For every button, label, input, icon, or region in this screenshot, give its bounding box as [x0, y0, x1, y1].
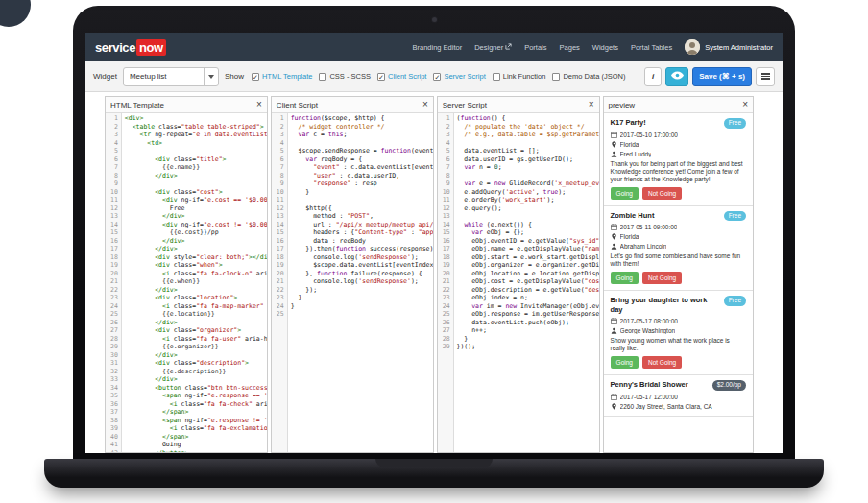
- toggle-html-template[interactable]: ✓HTML Template: [252, 72, 313, 81]
- code-line: [291, 139, 433, 148]
- event-date-text: 2017-05-17 08:00:00: [620, 318, 678, 324]
- code-line: while (e.next()) {: [457, 221, 599, 229]
- user-icon: [611, 327, 617, 334]
- code-line: </div>: [125, 375, 267, 384]
- close-icon[interactable]: ×: [422, 100, 428, 109]
- code-line: /* populate the 'data' object */: [457, 123, 599, 132]
- close-icon[interactable]: ×: [742, 100, 748, 109]
- code-line: }: [291, 302, 433, 311]
- close-icon[interactable]: ×: [256, 100, 262, 109]
- line-number: 17: [277, 245, 284, 253]
- line-number: 6: [443, 156, 450, 164]
- line-number: 9: [277, 180, 284, 188]
- line-number: 3: [110, 131, 118, 139]
- nav-item-pages[interactable]: Pages: [560, 43, 580, 52]
- event-date: 2017-05-11 09:00:00: [611, 224, 746, 230]
- going-button[interactable]: Going: [611, 187, 639, 200]
- toggle-label: Link Function: [503, 72, 546, 81]
- user-menu[interactable]: System Administrator: [685, 39, 773, 55]
- panel-html-template: HTML Template×12345678910111213141516171…: [105, 96, 268, 453]
- event-location: Florida: [611, 233, 746, 240]
- line-number: 13: [443, 212, 450, 221]
- calendar-icon: [611, 394, 617, 400]
- event-card-header: Penny's Bridal Shower$2.00/pp: [611, 380, 746, 391]
- save-button[interactable]: Save (⌘ + s): [692, 67, 752, 86]
- line-number: 14: [277, 221, 284, 229]
- code-line: <div class="cost">: [125, 188, 267, 197]
- toggle-css-scss[interactable]: CSS - SCSS: [319, 72, 371, 81]
- code-line: </span>: [125, 408, 267, 417]
- code-line: eObj.location = e.location.getDisplayVal…: [457, 270, 599, 278]
- map-pin-icon: [611, 233, 617, 240]
- nav-item-portal-tables[interactable]: Portal Tables: [631, 43, 672, 52]
- code-line: <i class="fa fa-exclamation" aria-hidden…: [125, 424, 267, 433]
- toggle-server-script[interactable]: ✓Server Script: [433, 72, 485, 81]
- code-line: url : "/api/x_meetup/meetup_api/response…: [291, 221, 433, 229]
- line-number: 22: [277, 286, 284, 295]
- line-number: 29: [110, 343, 118, 351]
- not-going-button[interactable]: Not Going: [642, 272, 682, 284]
- code-line: </button>: [125, 449, 267, 453]
- code-line: </div>: [125, 286, 267, 295]
- going-button[interactable]: Going: [611, 356, 639, 369]
- line-number: 11: [443, 196, 450, 204]
- toggle-demo-data-json[interactable]: Demo Data (JSON): [552, 72, 625, 81]
- line-number: 13: [277, 212, 284, 221]
- code-line: eObj.cost = e.getDisplayValue("cost");: [457, 277, 599, 286]
- menu-button[interactable]: [756, 67, 775, 86]
- preview-button[interactable]: [665, 67, 688, 86]
- code-editor[interactable]: 1234567891011121314151617181920212223242…: [106, 113, 267, 452]
- line-number: 13: [110, 212, 118, 221]
- line-number: 1: [277, 114, 284, 123]
- nav-item-branding-editor[interactable]: Branding Editor: [412, 43, 462, 52]
- nav-item-designer[interactable]: Designer: [474, 43, 512, 52]
- code-line: });: [291, 286, 433, 295]
- code-line: eObj.response = im.getUserResponse();: [457, 310, 599, 319]
- line-number: 24: [277, 302, 284, 311]
- event-date-text: 2017-05-11 09:00:00: [620, 224, 678, 230]
- event-location: Florida: [611, 141, 746, 148]
- line-number: 6: [277, 156, 284, 164]
- line-number: 20: [277, 270, 284, 278]
- line-number: 2: [443, 123, 450, 132]
- line-number: 22: [443, 286, 450, 295]
- line-number: 23: [110, 294, 118, 302]
- code-line: n++;: [457, 326, 599, 335]
- event-location-text: Florida: [620, 141, 639, 148]
- going-button[interactable]: Going: [611, 272, 639, 284]
- code-line: {{e.organizer}}: [125, 343, 267, 351]
- code-line: <div ng-if="e.cost == '$0.00'">: [125, 196, 267, 204]
- event-date: 2017-05-17 12:00:00: [611, 394, 746, 400]
- panel-server-script: Server Script×12345678910111213141516171…: [437, 96, 600, 453]
- checkbox-checked: ✓: [433, 73, 441, 81]
- line-number: 17: [110, 245, 118, 253]
- nav-item-portals[interactable]: Portals: [524, 43, 546, 52]
- toggle-label: Demo Data (JSON): [563, 72, 625, 81]
- code-editor[interactable]: 1234567891011121314151617181920212223242…: [272, 113, 433, 452]
- line-number: 27: [443, 326, 450, 335]
- line-numbers: 1234567891011121314151617181920212223242…: [106, 113, 122, 452]
- code-editor[interactable]: 1234567891011121314151617181920212223242…: [438, 113, 599, 452]
- screen: servicenow Branding EditorDesignerPortal…: [85, 33, 783, 453]
- preview-cards: K17 Party!Free2017-05-10 17:00:00Florida…: [604, 113, 753, 452]
- line-numbers: 1234567891011121314151617181920212223242…: [438, 113, 454, 452]
- nav-item-widgets[interactable]: Widgets: [592, 43, 618, 52]
- line-number: 21: [110, 277, 118, 286]
- widget-select[interactable]: Meetup list: [123, 67, 219, 86]
- panel-title: Client Script: [277, 101, 318, 109]
- close-icon[interactable]: ×: [589, 100, 594, 109]
- not-going-button[interactable]: Not Going: [642, 356, 682, 369]
- code-line: $http({: [291, 204, 433, 213]
- line-number: 14: [110, 221, 118, 229]
- toggle-link-function[interactable]: Link Function: [493, 72, 546, 81]
- info-button[interactable]: i: [644, 67, 662, 86]
- line-number: 12: [110, 204, 118, 213]
- line-number: 9: [443, 180, 450, 188]
- not-going-button[interactable]: Not Going: [642, 187, 682, 200]
- price-badge: Free: [724, 118, 746, 129]
- toggle-client-script[interactable]: ✓Client Script: [377, 72, 426, 81]
- event-card-header: Zombie HuntFree: [611, 211, 746, 222]
- line-number: 5: [277, 147, 284, 156]
- hamburger-icon: [761, 72, 770, 81]
- code-line: var e = new GlideRecord('x_meetup_event'…: [457, 180, 599, 188]
